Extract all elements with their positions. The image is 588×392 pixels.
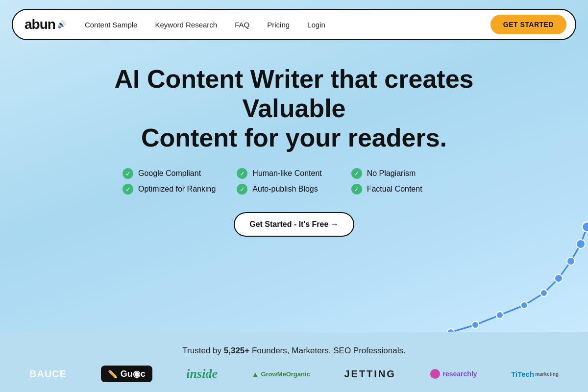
nav-login[interactable]: Login	[307, 21, 325, 29]
brand-titech: TiTech marketing	[511, 370, 559, 378]
svg-point-6	[521, 302, 528, 309]
svg-point-7	[540, 290, 547, 296]
trusted-prefix: Trusted by	[182, 346, 223, 355]
svg-point-5	[496, 312, 503, 318]
hero-section: AI Content Writer that creates Valuable …	[0, 40, 588, 237]
trusted-text: Trusted by 5,325+ Founders, Marketers, S…	[29, 346, 559, 356]
nav-faq[interactable]: FAQ	[235, 21, 249, 29]
feature-google-compliant: ✓ Google Compliant	[122, 168, 237, 179]
logo-text: abun	[24, 17, 55, 32]
brand-jetting: JETTING	[344, 368, 395, 380]
researchly-dot	[430, 369, 440, 379]
speaker-icon: 🔊	[57, 21, 65, 28]
trusted-bar: Trusted by 5,325+ Founders, Marketers, S…	[0, 332, 588, 392]
feature-human-like: ✓ Human-like Content	[237, 168, 351, 179]
trusted-suffix: Founders, Marketers, SEO Professionals.	[249, 346, 405, 355]
check-icon-6: ✓	[351, 184, 362, 195]
hero-title-line1: AI Content Writer that creates Valuable	[115, 65, 474, 122]
svg-point-8	[555, 274, 563, 282]
feature-auto-publish: ✓ Auto-publish Blogs	[237, 184, 351, 195]
pencil-icon: ✏️	[108, 369, 118, 379]
feature-optimized-ranking: ✓ Optimized for Ranking	[122, 184, 237, 195]
feature-label-6: Factual Content	[367, 185, 422, 194]
navbar-wrapper: abun 🔊 Content Sample Keyword Research F…	[0, 0, 588, 40]
svg-point-9	[567, 257, 575, 265]
feature-label-3: No Plagiarism	[367, 169, 416, 178]
nav-links: Content Sample Keyword Research FAQ Pric…	[85, 21, 490, 29]
hero-title-line2: Content for your readers.	[141, 123, 447, 152]
nav-pricing[interactable]: Pricing	[267, 21, 290, 29]
brand-inside: inside	[186, 367, 218, 381]
nav-content-sample[interactable]: Content Sample	[85, 21, 138, 29]
brand-guoc: ✏️ Gu◉c	[101, 366, 152, 382]
tree-icon: ▲	[252, 370, 259, 378]
feature-label-5: Auto-publish Blogs	[252, 185, 318, 194]
check-icon-3: ✓	[351, 168, 362, 179]
brand-bauce: BAUCE	[29, 368, 67, 380]
svg-point-4	[472, 321, 479, 328]
guoc-text: Gu◉c	[121, 368, 146, 379]
titech-sub: marketing	[535, 371, 559, 377]
navbar: abun 🔊 Content Sample Keyword Research F…	[12, 9, 576, 40]
hero-cta-button[interactable]: Get Started - It's Free →	[234, 212, 354, 237]
titech-main: TiTech	[511, 370, 534, 378]
researchly-text: researchly	[443, 370, 477, 378]
nav-keyword-research[interactable]: Keyword Research	[155, 21, 217, 29]
check-icon-1: ✓	[122, 168, 133, 179]
check-icon-2: ✓	[237, 168, 247, 179]
trusted-count: 5,325+	[224, 346, 249, 355]
grow-text: GrowMeOrganic	[261, 370, 310, 378]
feature-label-1: Google Compliant	[138, 169, 201, 178]
feature-label-4: Optimized for Ranking	[138, 185, 216, 194]
features-grid: ✓ Google Compliant ✓ Human-like Content …	[122, 168, 466, 195]
logo[interactable]: abun 🔊	[24, 17, 65, 32]
feature-no-plagiarism: ✓ No Plagiarism	[351, 168, 466, 179]
svg-point-10	[576, 240, 585, 248]
nav-get-started-button[interactable]: GET STARTED	[490, 15, 566, 34]
svg-point-11	[582, 222, 588, 232]
feature-factual-content: ✓ Factual Content	[351, 184, 466, 195]
brand-logos-row: BAUCE ✏️ Gu◉c inside ▲ GrowMeOrganic JET…	[29, 366, 559, 382]
brand-grow-organic: ▲ GrowMeOrganic	[252, 370, 310, 378]
check-icon-4: ✓	[122, 184, 133, 195]
brand-researchly: researchly	[430, 369, 477, 379]
hero-title: AI Content Writer that creates Valuable …	[103, 65, 485, 152]
check-icon-5: ✓	[237, 184, 247, 195]
feature-label-2: Human-like Content	[252, 169, 321, 178]
